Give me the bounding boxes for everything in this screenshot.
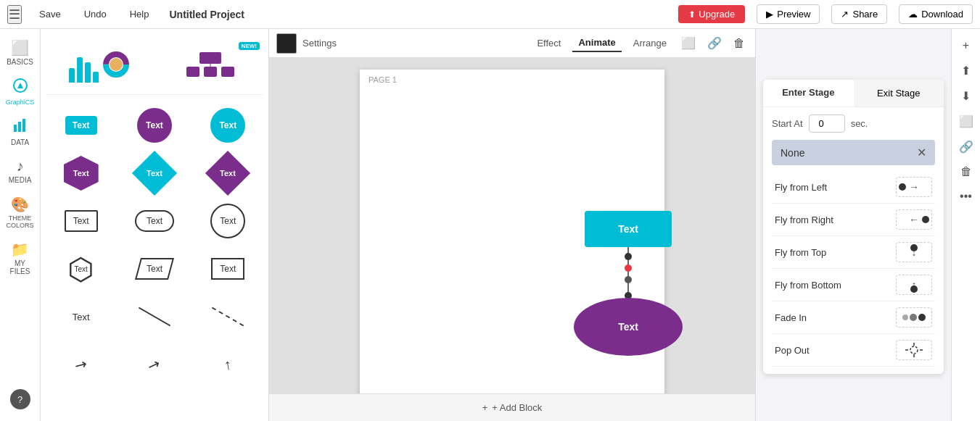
org-chart-element[interactable]: NEW! xyxy=(158,39,263,90)
element-circle-cyan[interactable]: Text xyxy=(194,104,263,147)
chart-element[interactable] xyxy=(46,39,151,90)
share-button[interactable]: ↗ Share xyxy=(831,4,887,24)
tab-arrange[interactable]: Arrange xyxy=(627,35,672,51)
preview-button[interactable]: ▶ Preview xyxy=(757,4,820,24)
canvas-wrapper: Settings Effect Animate Arrange ⬜ 🔗 🗑 PA… xyxy=(269,29,755,421)
canvas-page: PAGE 1 Text Text xyxy=(360,70,664,410)
element-diamond-purple[interactable]: Text xyxy=(194,151,263,195)
right-toolbar: + ⬆ ⬇ ⬜ 🔗 🗑 ••• xyxy=(951,29,980,421)
color-swatch[interactable] xyxy=(276,33,297,54)
svg-rect-3 xyxy=(22,119,25,132)
align-up-button[interactable]: ⬆ xyxy=(957,59,975,82)
animation-fly-from-top[interactable]: Fly from Top ↓ xyxy=(772,236,935,269)
link-icon-button[interactable]: 🔗 xyxy=(704,33,725,53)
sidebar-item-myfiles[interactable]: 📁 MY FILES xyxy=(2,236,38,280)
download-button[interactable]: ☁ Download xyxy=(899,4,973,24)
element-text-plain[interactable]: Text xyxy=(46,295,115,338)
media-icon: ♪ xyxy=(17,158,24,175)
none-row: None ✕ xyxy=(772,140,935,165)
element-arrow-right[interactable]: ↗ xyxy=(120,343,189,386)
animate-content: Start At sec. None ✕ Fly from Left → xyxy=(763,107,944,374)
tab-effect[interactable]: Effect xyxy=(531,35,567,51)
fly-top-icon: ↓ xyxy=(896,242,932,262)
start-at-label: Start At xyxy=(772,118,803,129)
new-badge: NEW! xyxy=(239,42,260,50)
connector-dot-red xyxy=(625,264,632,272)
link-right-button[interactable]: 🔗 xyxy=(955,136,978,158)
element-circle-purple[interactable]: Text xyxy=(120,104,189,147)
elements-panel: NEW! Text Text Text Text Text Text xyxy=(41,29,269,421)
more-right-button[interactable]: ••• xyxy=(955,186,976,207)
sidebar-item-data[interactable]: DATA xyxy=(2,113,38,151)
help-circle-button[interactable]: ? xyxy=(10,389,30,409)
animation-fly-from-right[interactable]: Fly from Right ← xyxy=(772,204,935,236)
sidebar-item-graphics[interactable]: GraphiCS xyxy=(2,73,38,110)
element-line[interactable] xyxy=(120,295,189,338)
add-block-bar[interactable]: + + Add Block xyxy=(269,393,755,421)
shapes-grid: Text Text Text Text Text Text Text xyxy=(46,101,263,389)
project-title: Untitled Project xyxy=(169,9,244,20)
canvas-rect-element[interactable]: Text xyxy=(585,211,672,247)
none-label: None xyxy=(781,147,804,159)
element-arrow-up-right[interactable]: ↗ xyxy=(46,343,115,386)
canvas-area[interactable]: PAGE 1 Text Text − 92% xyxy=(269,58,755,421)
animate-tabs: Enter Stage Exit Stage xyxy=(763,80,944,107)
element-circle-outline[interactable]: Text xyxy=(194,199,263,243)
add-block-plus: + xyxy=(482,402,488,413)
start-at-row: Start At sec. xyxy=(772,114,935,133)
basics-icon: ⬜ xyxy=(11,39,29,57)
canvas-oval-element[interactable]: Text xyxy=(574,298,683,356)
align-down-button[interactable]: ⬇ xyxy=(957,85,975,107)
add-right-button[interactable]: + xyxy=(958,35,973,57)
element-para-outline[interactable]: Text xyxy=(120,247,189,291)
element-oval-outline[interactable]: Text xyxy=(120,199,189,243)
right-panel: Enter Stage Exit Stage Start At sec. Non… xyxy=(755,29,951,421)
left-icon-sidebar: ⬜ BASICS GraphiCS DATA ♪ xyxy=(0,29,41,421)
save-button[interactable]: Save xyxy=(33,6,67,22)
exit-stage-tab[interactable]: Exit Stage xyxy=(854,80,944,107)
enter-stage-tab[interactable]: Enter Stage xyxy=(763,80,854,107)
sidebar-item-media[interactable]: ♪ MEDIA xyxy=(2,154,38,188)
element-hex-purple[interactable]: Text xyxy=(46,151,115,195)
element-hex-outline[interactable]: Text xyxy=(46,247,115,291)
upgrade-button[interactable]: Upgrade xyxy=(678,5,745,23)
menu-icon[interactable]: ☰ xyxy=(7,5,22,24)
delete-right-button[interactable]: 🗑 xyxy=(956,161,976,183)
none-close-button[interactable]: ✕ xyxy=(917,146,926,159)
element-line-dotted[interactable] xyxy=(194,295,263,338)
animate-panel: Enter Stage Exit Stage Start At sec. Non… xyxy=(763,80,944,374)
settings-label: Settings xyxy=(302,38,337,49)
start-at-input[interactable] xyxy=(809,114,845,133)
svg-point-6 xyxy=(110,58,123,71)
page-label: PAGE 1 xyxy=(368,75,397,84)
sidebar-item-theme[interactable]: 🎨 THEME COLORS xyxy=(2,191,38,233)
data-icon xyxy=(12,117,28,137)
topbar: ☰ Save Undo Help Untitled Project Upgrad… xyxy=(0,0,980,29)
copy-icon-button[interactable]: ⬜ xyxy=(678,33,699,53)
animation-pop-out[interactable]: Pop Out xyxy=(772,334,935,367)
delete-icon-button[interactable]: 🗑 xyxy=(730,34,748,53)
play-icon: ▶ xyxy=(766,9,773,20)
tab-animate[interactable]: Animate xyxy=(572,34,621,52)
main-area: ⬜ BASICS GraphiCS DATA ♪ xyxy=(0,29,980,421)
help-button[interactable]: Help xyxy=(124,6,155,22)
graphics-icon xyxy=(12,78,28,97)
element-rect-blue[interactable]: Text xyxy=(46,104,115,147)
sidebar-item-basics[interactable]: ⬜ BASICS xyxy=(2,35,38,70)
animation-fade-in[interactable]: Fade In xyxy=(772,301,935,334)
element-rect-outline[interactable]: Text xyxy=(46,199,115,243)
svg-rect-2 xyxy=(18,122,21,132)
share-icon: ↗ xyxy=(841,9,849,20)
connector-dot-mid xyxy=(625,276,632,283)
theme-icon: 🎨 xyxy=(11,196,29,213)
fly-bottom-icon: ↑ xyxy=(896,275,932,295)
undo-button[interactable]: Undo xyxy=(78,6,112,22)
element-arrow-up[interactable]: ↑ xyxy=(194,343,263,386)
element-diamond-cyan[interactable]: Text xyxy=(120,151,189,195)
add-block-label: + Add Block xyxy=(492,402,542,413)
canvas-toolbar: Settings Effect Animate Arrange ⬜ 🔗 🗑 xyxy=(269,29,755,58)
element-rect-outline2[interactable]: Text xyxy=(194,247,263,291)
duplicate-right-button[interactable]: ⬜ xyxy=(955,110,978,133)
animation-fly-from-bottom[interactable]: Fly from Bottom ↑ xyxy=(772,269,935,301)
animation-fly-from-left[interactable]: Fly from Left → xyxy=(772,171,935,204)
